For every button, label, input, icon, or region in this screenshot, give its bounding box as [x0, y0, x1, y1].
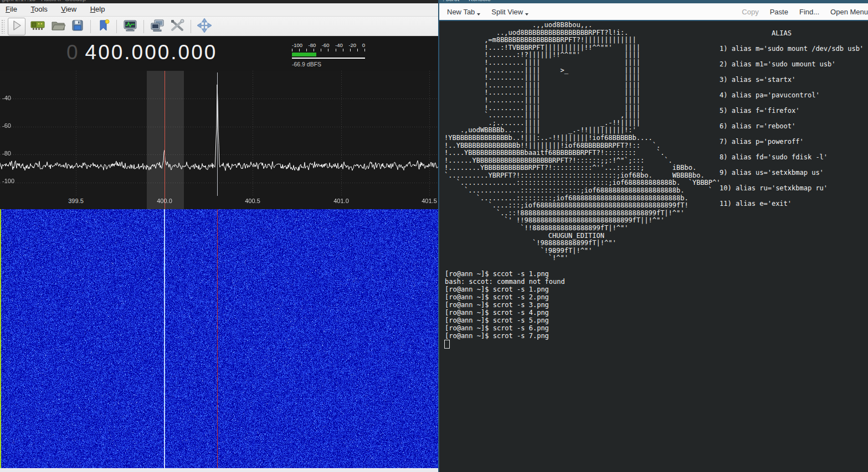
- signal-meter-value: -66.9 dBFS: [292, 61, 365, 68]
- menu-help[interactable]: Help: [85, 3, 111, 13]
- move-arrows-icon: [197, 18, 212, 34]
- x-axis-label: 400.0: [152, 198, 177, 204]
- signal-meter-ticks: [292, 49, 365, 51]
- gqrx-window: gqrx 2.17.15 - HackRF Gosdep File Tools …: [0, 0, 438, 472]
- y-axis-label: -60: [2, 122, 11, 129]
- chevron-down-icon: [525, 13, 528, 15]
- play-icon: [11, 19, 23, 33]
- menu-tools[interactable]: Tools: [25, 3, 53, 13]
- bookmarks-button[interactable]: [96, 18, 111, 35]
- spectrum-canvas[interactable]: [0, 71, 438, 196]
- copy-button[interactable]: Copy: [742, 8, 758, 16]
- terminal-cursor: [444, 340, 450, 349]
- menu-view[interactable]: View: [55, 3, 82, 13]
- terminal-area[interactable]: .,,uod8B8bou,,. ..,uod8BBBBBBBBBBBBBBBBR…: [439, 21, 868, 472]
- find-button[interactable]: Find...: [799, 8, 819, 16]
- y-axis-label: -80: [2, 150, 11, 157]
- konsole-window-title: : scrot — Konsole: [439, 0, 868, 2]
- device-chip-icon: [30, 19, 45, 34]
- toolbar-separator: [116, 20, 117, 33]
- open-menu-button[interactable]: Open Menu: [830, 8, 868, 16]
- remote-control-button[interactable]: [149, 18, 166, 35]
- signal-meter: -100 -80 -60 -40 -20 0 -66.9 dBFS: [292, 42, 365, 68]
- meter-bar: [292, 53, 316, 56]
- configure-io-button[interactable]: [29, 18, 47, 35]
- x-axis-label: 399.5: [64, 198, 88, 204]
- signal-meter-scale: -100 -80 -60 -40 -20 0: [292, 42, 365, 48]
- frequency-panel: 0400.000.000 -100 -80 -60 -40 -20 0 -66.…: [0, 37, 438, 71]
- x-axis-label: 401.0: [329, 198, 353, 204]
- frequency-value: 400.000.000: [85, 41, 218, 64]
- spectrum-plot: -40 -60 -80 -100 399.5 400.0 400.5 401.0…: [0, 71, 438, 209]
- signal-meter-baseline: [292, 58, 365, 59]
- paste-button[interactable]: Paste: [770, 8, 788, 16]
- x-axis-label: 400.5: [240, 198, 265, 204]
- frequency-ghz-digit: 0: [66, 41, 80, 64]
- alias-list: ALIAS 1) alias m='sudo mount /dev/sdb us…: [720, 29, 864, 208]
- konsole-window: : scrot — Konsole New Tab Split View Cop…: [438, 0, 868, 472]
- fullscreen-button[interactable]: [196, 18, 213, 35]
- filter-bandwidth-band[interactable]: [147, 71, 184, 209]
- chevron-down-icon: [477, 13, 480, 15]
- ascii-art: .,,uod8B8bou,,. ..,uod8BBBBBBBBBBBBBBBBR…: [444, 22, 721, 262]
- split-view-button[interactable]: Split View: [491, 8, 528, 16]
- floppy-save-icon: [71, 19, 84, 34]
- open-folder-icon: [51, 19, 65, 34]
- gqrx-toolbar: [0, 17, 438, 37]
- konsole-toolbar: New Tab Split View Copy Paste Find... Op…: [439, 3, 868, 21]
- oscilloscope-icon: [123, 19, 137, 34]
- dsp-scope-button[interactable]: [122, 18, 138, 35]
- gqrx-window-title: gqrx 2.17.15 - HackRF Gosdep: [0, 0, 438, 2]
- computers-icon: [150, 19, 165, 34]
- gqrx-menubar: File Tools View Help: [0, 3, 438, 17]
- signal-marker-line: [217, 72, 218, 196]
- waterfall-canvas[interactable]: [0, 209, 438, 468]
- crossed-tools-icon: [170, 19, 184, 34]
- save-settings-button[interactable]: [70, 18, 85, 35]
- start-dsp-button[interactable]: [8, 18, 25, 35]
- new-tab-button[interactable]: New Tab: [447, 8, 480, 16]
- toolbar-separator: [143, 20, 144, 33]
- bookmark-icon: [97, 19, 110, 34]
- desktop: gqrx 2.17.15 - HackRF Gosdep File Tools …: [0, 0, 868, 472]
- tools-button[interactable]: [169, 18, 186, 35]
- toolbar-separator: [90, 20, 91, 33]
- y-axis-label: -40: [2, 95, 11, 101]
- toolbar-separator: [191, 20, 191, 33]
- toolbar-drag-handle[interactable]: [1, 19, 4, 34]
- center-frequency-line: [165, 71, 165, 209]
- load-settings-button[interactable]: [50, 18, 66, 35]
- signal-meter-track: [292, 53, 365, 56]
- gqrx-window-bottom-edge: [0, 468, 438, 472]
- y-axis-label: -100: [2, 178, 14, 184]
- frequency-display[interactable]: 0400.000.000: [66, 41, 217, 64]
- menu-file[interactable]: File: [0, 3, 23, 13]
- command-history: [ro@ann ~]$ sccot -s 1.png bash: sccot: …: [445, 270, 565, 340]
